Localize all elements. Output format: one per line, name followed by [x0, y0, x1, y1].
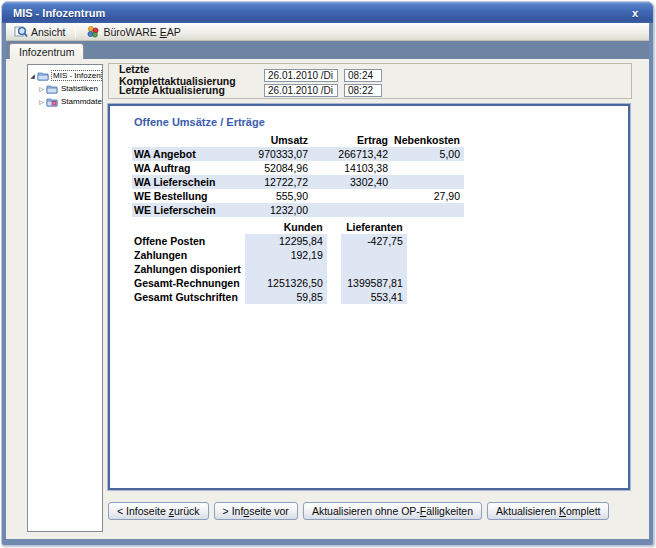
content-area: ◢ MIS - Infozentrum ▷ Statistiken ▷ Stam… — [6, 59, 649, 539]
folder-icon — [46, 84, 58, 94]
row-label: WA Angebot — [132, 147, 230, 161]
tree-item-stammdaten[interactable]: ▷ Stammdaten — [28, 95, 102, 108]
col-kunden: Kunden — [245, 220, 327, 234]
tab-strip: Infozentrum — [6, 41, 649, 59]
cell-lieferanten: -427,75 — [341, 234, 407, 248]
view-magnifier-icon — [14, 25, 28, 38]
table-row: WA Auftrag 52084,96 14103,38 — [132, 161, 464, 175]
infoseite-zurueck-button[interactable]: < Infoseite zurück — [108, 502, 209, 520]
last-update-time-field[interactable] — [344, 84, 382, 97]
cell-ertrag: 266713,42 — [312, 147, 392, 161]
eap-star-icon — [86, 25, 100, 38]
cell-umsatz: 52084,96 — [230, 161, 312, 175]
row-label: WE Lieferschein — [132, 203, 230, 217]
tree-item-label[interactable]: Statistiken — [60, 84, 99, 93]
cell-umsatz: 970333,07 — [230, 147, 312, 161]
cell-umsatz: 1232,00 — [230, 203, 312, 217]
update-info-group: Letzte Komplettaktualisierung Letzte Akt… — [108, 63, 632, 99]
last-full-update-date-field[interactable] — [264, 69, 338, 82]
report-title: Offene Umsätze / Erträge — [134, 116, 265, 128]
row-label: Zahlungen disponiert — [132, 262, 245, 276]
table-row: WE Bestellung 555,90 27,90 — [132, 189, 464, 203]
tree-item-mis-infozentrum[interactable]: ◢ MIS - Infozentrum — [28, 69, 102, 82]
aktualisieren-komplett-button[interactable]: Aktualisieren Komplett — [487, 502, 609, 520]
buroware-eap-button[interactable]: BüroWARE EAP — [81, 24, 185, 40]
footer-button-row: < Infoseite zurück > Infoseite vor Aktua… — [108, 502, 609, 520]
table-row: Zahlungen disponiert — [132, 262, 407, 276]
cell-ertrag — [312, 189, 392, 203]
cell-ertrag: 3302,40 — [312, 175, 392, 189]
table-row: WA Angebot 970333,07 266713,42 5,00 — [132, 147, 464, 161]
cell-lieferanten — [341, 262, 407, 276]
table-row: WA Lieferschein 12722,72 3302,40 — [132, 175, 464, 189]
aktualisieren-ohne-op-button[interactable]: Aktualisieren ohne OP-Fälligkeiten — [303, 502, 482, 520]
report-panel: Offene Umsätze / Erträge Umsatz Ertrag N… — [108, 104, 630, 490]
table-row: Zahlungen 192,19 — [132, 248, 407, 262]
cell-nebenkosten: 27,90 — [392, 189, 464, 203]
cell-ertrag: 14103,38 — [312, 161, 392, 175]
tree-item-label[interactable]: Stammdaten — [60, 97, 102, 106]
collapse-icon[interactable]: ▷ — [37, 98, 46, 105]
infoseite-vor-button[interactable]: > Infoseite vor — [214, 502, 298, 520]
cell-umsatz: 12722,72 — [230, 175, 312, 189]
tab-infozentrum[interactable]: Infozentrum — [9, 43, 84, 59]
folder-data-icon — [46, 97, 58, 107]
cell-nebenkosten — [392, 175, 464, 189]
cell-lieferanten: 553,41 — [341, 290, 407, 304]
row-label: Zahlungen — [132, 248, 245, 262]
table-row: WE Lieferschein 1232,00 — [132, 203, 464, 217]
col-nebenkosten: Nebenkosten — [392, 133, 464, 147]
cell-lieferanten: 1399587,81 — [341, 276, 407, 290]
cell-kunden: 59,85 — [245, 290, 327, 304]
nav-tree: ◢ MIS - Infozentrum ▷ Statistiken ▷ Stam… — [27, 64, 103, 532]
toolbar: Ansicht BüroWARE EAP — [6, 23, 649, 41]
expand-icon[interactable]: ◢ — [28, 72, 37, 79]
row-label: Offene Posten — [132, 234, 245, 248]
cell-ertrag — [312, 203, 392, 217]
col-lieferanten: Lieferanten — [341, 220, 407, 234]
balances-table-header: Kunden Lieferanten — [132, 220, 407, 234]
sales-table: Umsatz Ertrag Nebenkosten WA Angebot 970… — [132, 133, 464, 217]
app-window: MIS - Infozentrum x Ansicht — [1, 1, 654, 546]
last-update-date-field[interactable] — [264, 84, 338, 97]
balances-table: Kunden Lieferanten Offene Posten 12295,8… — [132, 220, 407, 304]
table-row: Gesamt-Rechnungen 1251326,50 1399587,81 — [132, 276, 407, 290]
cell-kunden — [245, 262, 327, 276]
ansicht-button[interactable]: Ansicht — [9, 24, 70, 40]
buroware-eap-label: BüroWARE EAP — [103, 26, 180, 38]
table-row: Gesamt Gutschriften 59,85 553,41 — [132, 290, 407, 304]
sales-table-header: Umsatz Ertrag Nebenkosten — [132, 133, 464, 147]
row-label: Gesamt-Rechnungen — [132, 276, 245, 290]
row-label: WA Lieferschein — [132, 175, 230, 189]
toolbar-separator — [75, 25, 76, 38]
cell-lieferanten — [341, 248, 407, 262]
row-label: WA Auftrag — [132, 161, 230, 175]
cell-nebenkosten — [392, 203, 464, 217]
close-icon[interactable]: x — [628, 6, 642, 20]
cell-kunden: 192,19 — [245, 248, 327, 262]
cell-kunden: 12295,84 — [245, 234, 327, 248]
window-title: MIS - Infozentrum — [13, 7, 105, 19]
cell-kunden: 1251326,50 — [245, 276, 327, 290]
last-full-update-time-field[interactable] — [344, 69, 382, 82]
cell-nebenkosten: 5,00 — [392, 147, 464, 161]
tree-item-statistiken[interactable]: ▷ Statistiken — [28, 82, 102, 95]
row-label: WE Bestellung — [132, 189, 230, 203]
last-update-label: Letzte Aktualisierung — [119, 84, 264, 96]
col-ertrag: Ertrag — [312, 133, 392, 147]
collapse-icon[interactable]: ▷ — [37, 85, 46, 92]
cell-umsatz: 555,90 — [230, 189, 312, 203]
table-row: Offene Posten 12295,84 -427,75 — [132, 234, 407, 248]
ansicht-label: Ansicht — [31, 26, 65, 38]
row-label: Gesamt Gutschriften — [132, 290, 245, 304]
tree-item-label[interactable]: MIS - Infozentrum — [51, 70, 102, 81]
folder-icon — [37, 71, 49, 81]
cell-nebenkosten — [392, 161, 464, 175]
col-umsatz: Umsatz — [230, 133, 312, 147]
titlebar: MIS - Infozentrum x — [2, 2, 653, 23]
